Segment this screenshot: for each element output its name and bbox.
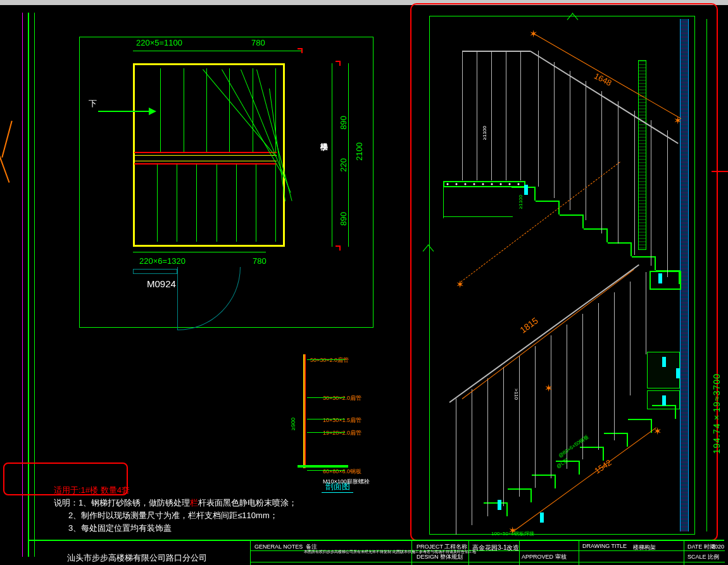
titleblock-bot bbox=[250, 562, 725, 562]
company-name: 汕头市步步高楼梯有限公司路口分公司 bbox=[67, 552, 207, 564]
stair-flight-2 bbox=[505, 405, 682, 525]
notes-line-2: 2、制作时以现场测量尺寸为准，栏杆支档间距≤110mm； bbox=[68, 510, 278, 521]
notes-1-red: 栏 bbox=[190, 498, 198, 507]
section-label-1: 50×30×2.0扁管 bbox=[310, 356, 349, 364]
section-label-2: 30×30×2.0扁管 bbox=[323, 394, 361, 402]
elev-step-dim: ≥1100 bbox=[518, 195, 524, 209]
tb-project-value: 高金花园3-1改造 bbox=[472, 543, 519, 552]
elev-rail-h1: ≥1100 bbox=[482, 126, 487, 140]
dimline bbox=[133, 252, 266, 252]
dimline-v bbox=[348, 63, 349, 247]
door-label: M0924 bbox=[147, 278, 176, 289]
tb-disclaimer: 本图所有权归步步高楼梯公司所有未经允许不得复制 此图版本供施工参考若与现场不符请… bbox=[304, 550, 476, 554]
leader-line bbox=[307, 397, 345, 398]
section-underline bbox=[322, 492, 353, 493]
dim-right-2: 220 bbox=[339, 158, 348, 172]
dim-tick-icon: ✶ bbox=[544, 382, 552, 390]
notes-1a: 说明：1、钢梯打砂除锈，做防锈处理 bbox=[54, 498, 190, 507]
tb-drawing-title-value: 楼梯构架 bbox=[633, 543, 656, 552]
door-jamb bbox=[133, 269, 177, 274]
dim-tick-icon: ✶ bbox=[529, 28, 537, 35]
treads-lower bbox=[138, 165, 276, 242]
dim-top-1: 220×5=1100 bbox=[136, 38, 182, 47]
tb-scale: SCALE 比例 bbox=[687, 553, 719, 561]
anchor-icon bbox=[498, 500, 501, 510]
tb-div bbox=[250, 540, 251, 565]
dim-top-2: 780 bbox=[251, 38, 265, 47]
dim-tick-icon: ✶ bbox=[456, 278, 463, 286]
dim-bot-1: 220×6=1320 bbox=[139, 256, 185, 266]
down-arrow-icon bbox=[98, 111, 155, 112]
dimline bbox=[133, 51, 303, 51]
tb-div bbox=[684, 540, 684, 565]
railing-lower bbox=[449, 266, 658, 414]
section-label-5: 60×60×6.0钢板 bbox=[323, 468, 361, 476]
annotation-line bbox=[712, 171, 728, 172]
notes-1b: 杆表面黑色静电粉末喷涂； bbox=[198, 498, 297, 507]
section-post bbox=[303, 354, 306, 468]
anchor-icon bbox=[676, 368, 680, 378]
tick-icon bbox=[298, 48, 303, 53]
stray-mark bbox=[0, 120, 19, 190]
tb-approved: APPROVED 审核 bbox=[522, 553, 567, 561]
anchor-icon bbox=[658, 273, 662, 283]
handrail-plan-inner bbox=[134, 155, 277, 161]
dimline-v bbox=[332, 63, 332, 247]
notes-line-3: 3、每处固定位置均有装饰盖 bbox=[68, 523, 172, 534]
outer-dim: 194.74×19≈3700 bbox=[712, 373, 722, 454]
leader-line bbox=[307, 432, 345, 433]
titleblock-top bbox=[28, 540, 724, 541]
elev-rail-h2: >110 bbox=[513, 388, 519, 400]
dim-tick-icon: ✶ bbox=[653, 425, 661, 433]
tick-icon bbox=[336, 245, 341, 251]
tick-icon bbox=[336, 61, 341, 66]
section-height-dim: ≥900 bbox=[290, 418, 296, 430]
tb-date-value: 2020 bbox=[712, 543, 724, 550]
dim-tick-icon: ✶ bbox=[674, 115, 681, 122]
down-label: 下 bbox=[89, 98, 97, 109]
railing-upper bbox=[462, 51, 681, 196]
leader-line bbox=[307, 470, 345, 471]
anchor-icon bbox=[662, 357, 666, 367]
tb-div bbox=[579, 540, 579, 565]
elev-note-3: 100×50×6钢板焊接 bbox=[491, 530, 534, 537]
outer-dim-line bbox=[706, 19, 707, 531]
anchor-icon bbox=[662, 395, 666, 406]
dim-right-3: 890 bbox=[339, 212, 348, 226]
stair-edge bbox=[443, 187, 444, 218]
dim-right-total: 2100 bbox=[355, 142, 364, 161]
section-label-4: 19×28×2.0扁管 bbox=[323, 429, 361, 437]
leader-line bbox=[307, 359, 345, 360]
notes-line-1: 说明：1、钢梯打砂除锈，做防锈处理栏杆表面黑色静电粉末喷涂； bbox=[54, 497, 297, 509]
anchor-icon bbox=[540, 512, 544, 523]
tb-drawing-title: DRAWING TITLE bbox=[582, 543, 627, 549]
stair-edge bbox=[443, 216, 513, 217]
section-label-6: M10×100膨胀螺栓 bbox=[323, 478, 370, 486]
section-label-3: 10×30×1.5扁管 bbox=[323, 416, 361, 425]
dim-right-1: 890 bbox=[339, 116, 348, 130]
dim-bot-2: 780 bbox=[253, 256, 267, 266]
notes-heading: 适用于:1#楼 数量4套 bbox=[54, 485, 130, 496]
treads-upper bbox=[138, 68, 276, 152]
leader-line bbox=[307, 419, 345, 419]
door-leaf bbox=[177, 267, 178, 330]
